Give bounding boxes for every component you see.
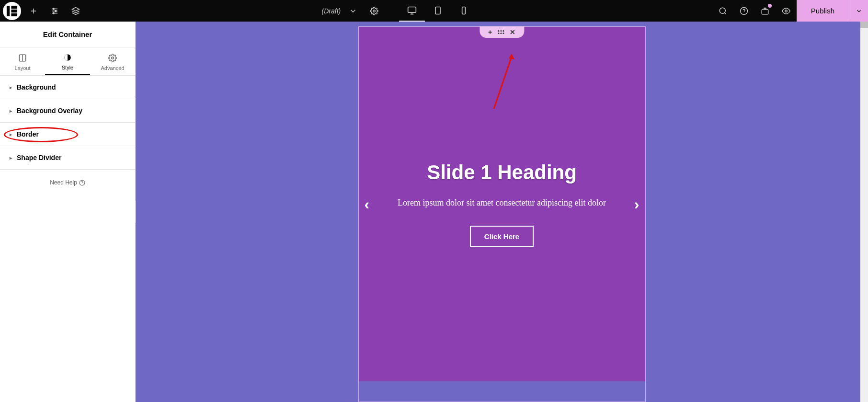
need-help-label: Need Help <box>50 179 77 186</box>
site-settings-button[interactable] <box>44 0 65 22</box>
accordion-border-label: Border <box>17 130 39 138</box>
svg-point-11 <box>53 12 54 14</box>
svg-rect-1 <box>11 5 17 8</box>
tab-layout-label: Layout <box>14 65 30 71</box>
chevron-right-icon: ▸ <box>10 155 12 161</box>
need-help-link[interactable]: Need Help <box>0 170 135 195</box>
slide-next-button[interactable]: › <box>634 195 640 213</box>
accordion-border[interactable]: ▸ Border <box>0 123 135 146</box>
chevron-right-icon: ▸ <box>10 85 12 90</box>
chevron-right-icon: ▸ <box>10 132 12 137</box>
tab-style[interactable]: Style <box>45 47 90 75</box>
finder-search-button[interactable] <box>712 0 733 22</box>
style-icon <box>63 53 72 62</box>
accordion-background[interactable]: ▸ Background <box>0 76 135 99</box>
svg-point-9 <box>55 10 57 11</box>
add-element-button[interactable] <box>23 0 44 22</box>
svg-point-18 <box>720 8 725 13</box>
accordion-background-overlay[interactable]: ▸ Background Overlay <box>0 99 135 123</box>
tab-advanced-label: Advanced <box>101 65 125 71</box>
publish-label: Publish <box>811 7 834 15</box>
editing-canvas[interactable]: + ✕ ‹ › Slide 1 Heading Lorem ipsum dolo… <box>136 22 868 402</box>
structure-button[interactable] <box>65 0 86 22</box>
slide-heading[interactable]: Slide 1 Heading <box>427 161 577 184</box>
editor-panel: Edit Container Layout Style Advanced ▸ B… <box>0 22 136 402</box>
svg-rect-13 <box>408 7 416 12</box>
svg-rect-2 <box>11 9 17 12</box>
selected-container[interactable]: + ✕ ‹ › Slide 1 Heading Lorem ipsum dolo… <box>358 26 646 402</box>
top-toolbar: (Draft) Publish <box>0 0 868 22</box>
tab-advanced[interactable]: Advanced <box>90 47 135 75</box>
svg-rect-0 <box>7 5 10 16</box>
chevron-right-icon: ▸ <box>10 108 12 114</box>
main-area: Edit Container Layout Style Advanced ▸ B… <box>0 22 868 402</box>
svg-point-27 <box>112 57 114 59</box>
tablet-view-button[interactable] <box>425 0 451 22</box>
page-settings-button[interactable] <box>364 0 385 22</box>
svg-point-23 <box>785 10 788 12</box>
panel-title: Edit Container <box>0 22 135 47</box>
container-drag-handle[interactable] <box>498 30 504 34</box>
accordion-shape-divider-label: Shape Divider <box>17 154 61 161</box>
slide-prev-button[interactable]: ‹ <box>365 195 370 213</box>
svg-rect-16 <box>435 7 440 14</box>
desktop-view-button[interactable] <box>399 0 425 22</box>
help-circle-icon <box>79 180 85 186</box>
accordion-background-label: Background <box>17 83 56 91</box>
tab-layout[interactable]: Layout <box>0 47 45 75</box>
svg-point-12 <box>373 10 376 12</box>
slide-description[interactable]: Lorem ipsum dolor sit amet consectetur a… <box>398 196 606 209</box>
draft-dropdown-button[interactable] <box>343 0 364 22</box>
tab-style-label: Style <box>62 65 73 70</box>
scrollbar-up-arrow[interactable] <box>860 22 868 28</box>
container-edit-handle: + ✕ <box>480 26 524 38</box>
svg-rect-3 <box>11 13 17 16</box>
publish-button[interactable]: Publish <box>797 0 849 22</box>
gear-icon <box>108 54 117 62</box>
svg-point-7 <box>53 8 54 10</box>
svg-line-19 <box>724 12 726 14</box>
container-add-button[interactable]: + <box>488 28 492 36</box>
svg-rect-22 <box>762 10 768 14</box>
toolbar-left-group <box>0 0 86 22</box>
layout-icon <box>18 54 27 62</box>
publish-options-dropdown[interactable] <box>849 0 868 22</box>
svg-rect-17 <box>462 7 466 14</box>
slide-cta-button[interactable]: Click Here <box>470 226 534 247</box>
preview-button[interactable] <box>776 0 797 22</box>
toolbar-center-group: (Draft) <box>86 0 712 22</box>
elementor-logo[interactable] <box>3 2 21 20</box>
toolbar-right-group: Publish <box>712 0 868 22</box>
canvas-scrollbar[interactable] <box>860 22 868 402</box>
draft-status-label: (Draft) <box>322 7 341 15</box>
whats-new-button[interactable] <box>754 0 776 22</box>
mobile-view-button[interactable] <box>451 0 477 22</box>
container-delete-button[interactable]: ✕ <box>510 28 515 36</box>
accordion-shape-divider[interactable]: ▸ Shape Divider <box>0 146 135 170</box>
help-button[interactable] <box>733 0 754 22</box>
panel-tabs: Layout Style Advanced <box>0 47 135 76</box>
slide-widget[interactable]: ‹ › Slide 1 Heading Lorem ipsum dolor si… <box>359 27 645 381</box>
accordion-background-overlay-label: Background Overlay <box>17 107 82 115</box>
